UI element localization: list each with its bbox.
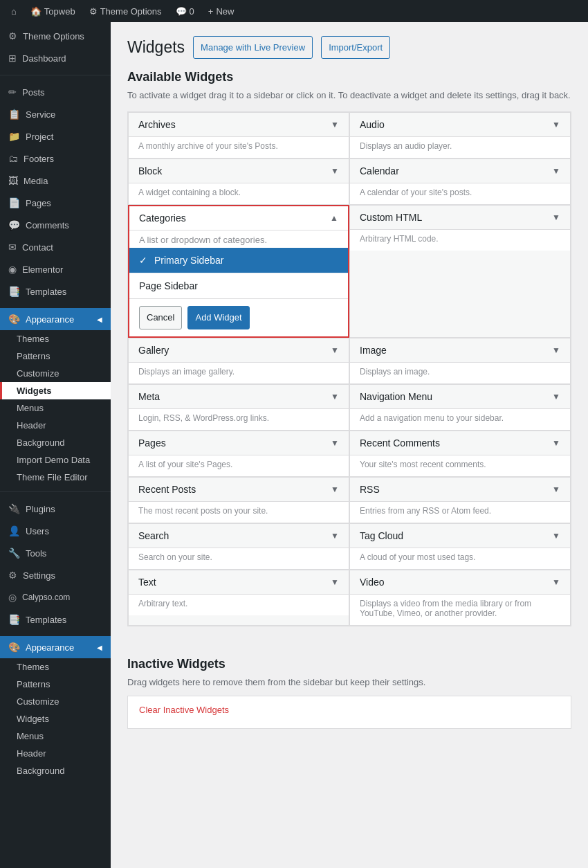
sidebar-item-templates2[interactable]: 📑 Templates <box>0 608 111 631</box>
sidebar-subitem-menus2[interactable]: Menus <box>0 727 111 745</box>
widget-search[interactable]: Search ▼ Search on your site. <box>128 523 349 570</box>
tools-icon: 🔧 <box>8 548 20 559</box>
gallery-toggle-icon: ▼ <box>331 345 339 355</box>
primary-sidebar-option[interactable]: ✓ Primary Sidebar <box>129 248 348 273</box>
sidebar-item-dashboard[interactable]: ⊞ Dashboard <box>0 47 111 69</box>
theme-options-bar-button[interactable]: ⚙ Theme Options <box>84 0 167 22</box>
sidebar-item-footers[interactable]: 🗂 Footers <box>0 147 111 170</box>
patterns2-label: Patterns <box>17 679 50 689</box>
sidebar-subitem-theme-file-editor[interactable]: Theme File Editor <box>0 469 111 486</box>
widget-categories-expanded[interactable]: Categories ▲ A list or dropdown of categ… <box>128 205 349 337</box>
sidebar-subitem-customize2[interactable]: Customize <box>0 693 111 710</box>
sidebar-subitem-header[interactable]: Header <box>0 417 111 434</box>
sidebar-subitem-background[interactable]: Background <box>0 434 111 451</box>
calendar-toggle-icon: ▼ <box>552 166 560 176</box>
sidebar-subitem-themes[interactable]: Themes <box>0 330 111 347</box>
new-bar-button[interactable]: + New <box>203 0 240 22</box>
audio-widget-name: Audio <box>360 119 385 130</box>
header2-label: Header <box>17 748 46 759</box>
import-export-button[interactable]: Import/Export <box>321 36 390 59</box>
meta-widget-name: Meta <box>138 391 160 402</box>
sidebar-item-media[interactable]: 🖼 Media <box>0 170 111 192</box>
tag-cloud-widget-desc: A cloud of your most used tags. <box>360 552 475 562</box>
widget-archives[interactable]: Archives ▼ A monthly archive of your sit… <box>128 112 349 159</box>
widget-calendar[interactable]: Calendar ▼ A calendar of your site's pos… <box>349 159 571 205</box>
widget-tag-cloud[interactable]: Tag Cloud ▼ A cloud of your most used ta… <box>349 523 571 570</box>
available-widgets-desc: To activate a widget drag it to a sideba… <box>127 90 571 100</box>
customize2-label: Customize <box>17 696 59 707</box>
widget-text[interactable]: Text ▼ Arbitrary text. <box>128 570 349 626</box>
sidebar-subitem-background2[interactable]: Background <box>0 762 111 779</box>
meta-widget-desc: Login, RSS, & WordPress.org links. <box>138 413 269 423</box>
sidebar-subitem-patterns[interactable]: Patterns <box>0 347 111 365</box>
calendar-widget-name: Calendar <box>360 165 399 177</box>
wp-logo-button[interactable]: ⌂ <box>6 0 22 22</box>
sidebar-item-elementor[interactable]: ◉ Elementor <box>0 258 111 280</box>
check-icon: ✓ <box>139 255 147 266</box>
tag-cloud-widget-name: Tag Cloud <box>360 530 403 541</box>
sidebar-subitem-import-demo[interactable]: Import Demo Data <box>0 451 111 469</box>
sidebar-item-contact[interactable]: ✉ Contact <box>0 236 111 258</box>
posts-icon: ✏ <box>8 87 17 98</box>
archives-toggle-icon: ▼ <box>331 120 339 129</box>
comments-bar-button[interactable]: 💬 0 <box>170 0 200 22</box>
sidebar-templates-label: Templates <box>26 287 66 297</box>
sidebar-item-users[interactable]: 👤 Users <box>0 520 111 542</box>
widget-meta[interactable]: Meta ▼ Login, RSS, & WordPress.org links… <box>128 384 349 431</box>
widget-block[interactable]: Block ▼ A widget containing a block. <box>128 159 349 205</box>
background2-label: Background <box>17 766 64 776</box>
sidebar-item-settings[interactable]: ⚙ Settings <box>0 564 111 586</box>
categories-widget-name: Categories <box>139 213 186 224</box>
video-toggle-icon: ▼ <box>552 577 560 587</box>
sidebar-subitem-widgets[interactable]: Widgets <box>0 382 111 399</box>
sidebar-subitem-menus[interactable]: Menus <box>0 399 111 417</box>
widget-audio[interactable]: Audio ▼ Displays an audio player. <box>349 112 571 159</box>
sidebar-item-project[interactable]: 📁 Project <box>0 125 111 147</box>
page-sidebar-option[interactable]: Page Sidebar <box>129 273 348 298</box>
elementor-icon: ◉ <box>8 264 17 275</box>
widget-image[interactable]: Image ▼ Displays an image. <box>349 338 571 384</box>
site-name-button[interactable]: 🏠 Topweb <box>25 0 81 22</box>
sidebar-subitem-header2[interactable]: Header <box>0 745 111 762</box>
meta-toggle-icon: ▼ <box>331 392 339 401</box>
calendar-widget-desc: A calendar of your site's posts. <box>360 188 472 197</box>
sidebar-subitem-themes2[interactable]: Themes <box>0 658 111 676</box>
sidebar-item-appearance[interactable]: 🎨 Appearance ◀ <box>0 308 111 330</box>
widget-pages[interactable]: Pages ▼ A list of your site's Pages. <box>128 431 349 477</box>
search-toggle-icon: ▼ <box>331 531 339 541</box>
pages-widget-desc: A list of your site's Pages. <box>138 460 232 469</box>
widget-rss[interactable]: RSS ▼ Entries from any RSS or Atom feed. <box>349 477 571 523</box>
sidebar-item-pages[interactable]: 📄 Pages <box>0 192 111 214</box>
sidebar-subitem-customize[interactable]: Customize <box>0 365 111 382</box>
widget-custom-html[interactable]: Custom HTML ▼ Arbitrary HTML code. <box>349 205 571 337</box>
gear-sidebar-icon: ⚙ <box>8 30 17 42</box>
inactive-widgets-desc: Drag widgets here to remove them from th… <box>127 677 571 687</box>
widget-recent-posts[interactable]: Recent Posts ▼ The most recent posts on … <box>128 477 349 523</box>
sidebar-item-service[interactable]: 📋 Service <box>0 103 111 125</box>
sidebar-item-tools[interactable]: 🔧 Tools <box>0 542 111 564</box>
sidebar-item-calypso[interactable]: ◎ Calypso.com <box>0 586 111 608</box>
clear-inactive-button[interactable]: Clear Inactive Widgets <box>139 705 229 715</box>
widget-navigation-menu[interactable]: Navigation Menu ▼ Add a navigation menu … <box>349 384 571 431</box>
widget-video[interactable]: Video ▼ Displays a video from the media … <box>349 570 571 626</box>
sidebar-item-theme-options[interactable]: ⚙ Theme Options <box>0 25 111 47</box>
home-icon: 🏠 <box>30 6 42 17</box>
cancel-button[interactable]: Cancel <box>139 306 182 329</box>
main-content: Widgets Manage with Live Preview Import/… <box>111 22 588 868</box>
recent-posts-widget-desc: The most recent posts on your site. <box>138 506 268 516</box>
sidebar: ⚙ Theme Options ⊞ Dashboard ✏ Posts 📋 Se… <box>0 22 111 868</box>
text-widget-name: Text <box>138 577 156 588</box>
sidebar-subitem-patterns2[interactable]: Patterns <box>0 676 111 693</box>
sidebar-item-posts[interactable]: ✏ Posts <box>0 81 111 103</box>
add-widget-button[interactable]: Add Widget <box>187 306 249 329</box>
header-label: Header <box>17 420 46 431</box>
sidebar-subitem-widgets2[interactable]: Widgets <box>0 710 111 727</box>
sidebar-item-appearance2[interactable]: 🎨 Appearance ◀ <box>0 636 111 658</box>
manage-live-preview-button[interactable]: Manage with Live Preview <box>193 36 313 59</box>
widget-gallery[interactable]: Gallery ▼ Displays an image gallery. <box>128 338 349 384</box>
categories-toggle-icon[interactable]: ▲ <box>330 213 338 223</box>
sidebar-item-plugins[interactable]: 🔌 Plugins <box>0 498 111 520</box>
sidebar-item-templates[interactable]: 📑 Templates <box>0 280 111 302</box>
sidebar-item-comments[interactable]: 💬 Comments <box>0 214 111 236</box>
widget-recent-comments[interactable]: Recent Comments ▼ Your site's most recen… <box>349 431 571 477</box>
